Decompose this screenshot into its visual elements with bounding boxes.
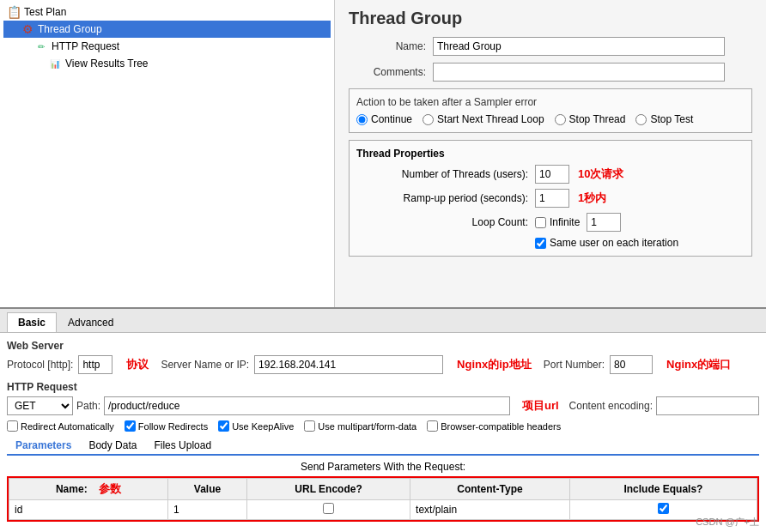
tab-basic[interactable]: Basic	[7, 312, 57, 332]
threads-input[interactable]	[535, 165, 569, 184]
tree-item-view-results[interactable]: 📊 View Results Tree	[3, 55, 331, 72]
action-stop-test-label: Stop Test	[650, 113, 693, 125]
thread-props-section: Thread Properties Number of Threads (use…	[349, 140, 752, 257]
cb-keepalive-label: Use KeepAlive	[232, 421, 294, 432]
config-title: Thread Group	[349, 9, 752, 28]
sub-tab-files-upload[interactable]: Files Upload	[145, 437, 220, 454]
tab-advanced[interactable]: Advanced	[57, 312, 125, 332]
tree-label-http-request: HTTP Request	[52, 40, 119, 52]
rampup-label: Ramp-up period (seconds):	[356, 192, 528, 204]
bottom-content: Web Server Protocol [http]: 协议 Server Na…	[0, 333, 766, 532]
tree-panel: 📋 Test Plan ⚙ Thread Group ✏ HTTP Reques…	[0, 0, 335, 307]
path-input[interactable]	[104, 396, 510, 415]
rampup-annotation: 1秒内	[578, 190, 606, 206]
port-input[interactable]	[610, 355, 653, 374]
action-stop-test[interactable]: Stop Test	[635, 113, 693, 125]
tree-item-test-plan[interactable]: 📋 Test Plan	[3, 3, 331, 21]
http-req-header: HTTP Request	[7, 381, 759, 393]
infinite-label: Infinite	[550, 216, 580, 228]
http-icon: ✏	[34, 39, 48, 53]
http-request-section: HTTP Request GET POST PUT DELETE Path: 项…	[7, 381, 759, 415]
results-icon: 📊	[48, 57, 62, 70]
encoding-input[interactable]	[656, 396, 759, 415]
protocol-label: Protocol [http]:	[7, 359, 73, 371]
cb-follow-redirects[interactable]: Follow Redirects	[125, 420, 208, 432]
col-name: Name: 参数	[9, 479, 168, 500]
col-content-type: Content-Type	[410, 479, 570, 500]
sub-tab-body-data[interactable]: Body Data	[80, 437, 145, 454]
web-server-section: Web Server Protocol [http]: 协议 Server Na…	[7, 340, 759, 374]
cb-follow-redirects-label: Follow Redirects	[138, 421, 208, 432]
rampup-row: Ramp-up period (seconds): 1秒内	[356, 189, 745, 208]
tree-label-test-plan: Test Plan	[24, 6, 66, 18]
col-include-equals: Include Equals?	[569, 479, 757, 500]
params-table: Name: 参数 Value URL Encode? Content-Type …	[9, 478, 757, 520]
tabs-bar: Basic Advanced	[0, 309, 766, 333]
path-annotation: 项目url	[522, 398, 559, 414]
comments-row: Comments:	[349, 63, 752, 82]
sub-tabs-bar: Parameters Body Data Files Upload	[7, 437, 759, 456]
action-continue-label: Continue	[371, 113, 412, 125]
infinite-checkbox[interactable]	[535, 217, 546, 228]
cb-keepalive[interactable]: Use KeepAlive	[218, 420, 294, 432]
sub-tab-parameters[interactable]: Parameters	[7, 437, 80, 456]
server-input[interactable]	[254, 355, 443, 374]
same-user-checkbox[interactable]	[535, 238, 546, 249]
cb-multipart[interactable]: Use multipart/form-data	[304, 420, 416, 432]
params-header: Send Parameters With the Request:	[7, 461, 759, 473]
tree-item-http-request[interactable]: ✏ HTTP Request	[3, 38, 331, 55]
main-container: 📋 Test Plan ⚙ Thread Group ✏ HTTP Reques…	[0, 0, 766, 532]
threads-row: Number of Threads (users): 10次请求	[356, 165, 745, 184]
protocol-annotation: 协议	[126, 357, 149, 372]
http-req-row: GET POST PUT DELETE Path: 项目url Content …	[7, 396, 759, 415]
bottom-panel: Basic Advanced Web Server Protocol [http…	[0, 309, 766, 532]
loop-controls: Infinite	[535, 213, 621, 232]
action-stop-thread-label: Stop Thread	[569, 113, 626, 125]
protocol-input[interactable]	[78, 355, 112, 374]
encoding-label: Content encoding:	[569, 400, 653, 412]
tree-label-thread-group: Thread Group	[38, 23, 102, 35]
action-continue[interactable]: Continue	[356, 113, 412, 125]
same-user-label[interactable]: Same user on each iteration	[535, 237, 678, 249]
action-section: Action to be taken after a Sampler error…	[349, 88, 752, 133]
cb-redirect-auto-label: Redirect Automatically	[21, 421, 114, 432]
table-row: id 1 text/plain	[9, 500, 757, 520]
method-select[interactable]: GET POST PUT DELETE	[7, 396, 73, 415]
tree-item-thread-group[interactable]: ⚙ Thread Group	[3, 21, 331, 38]
action-label: Action to be taken after a Sampler error	[356, 96, 745, 108]
thread-props-title: Thread Properties	[356, 148, 745, 160]
loop-label: Loop Count:	[356, 216, 528, 228]
path-label: Path:	[76, 400, 100, 412]
comments-input[interactable]	[433, 63, 725, 82]
name-row: Name:	[349, 37, 752, 56]
infinite-checkbox-label[interactable]: Infinite	[535, 216, 580, 228]
comments-label: Comments:	[349, 66, 426, 78]
param-url-encode	[247, 500, 410, 520]
param-value: 1	[167, 500, 246, 520]
action-start-next[interactable]: Start Next Thread Loop	[423, 113, 544, 125]
action-stop-thread[interactable]: Stop Thread	[555, 113, 626, 125]
loop-count-input[interactable]	[587, 213, 621, 232]
col-url-encode: URL Encode?	[247, 479, 410, 500]
checkboxes-row: Redirect Automatically Follow Redirects …	[7, 420, 759, 432]
name-input[interactable]	[433, 37, 725, 56]
rampup-input[interactable]	[535, 189, 569, 208]
same-user-row: Same user on each iteration	[356, 237, 745, 249]
server-annotation: Nginx的ip地址	[457, 357, 532, 372]
web-server-row: Protocol [http]: 协议 Server Name or IP: N…	[7, 355, 759, 374]
param-name: id	[9, 500, 168, 520]
cb-redirect-auto[interactable]: Redirect Automatically	[7, 420, 114, 432]
action-radio-group: Continue Start Next Thread Loop Stop Thr…	[356, 113, 745, 125]
action-start-next-label: Start Next Thread Loop	[437, 113, 544, 125]
tree-label-view-results: View Results Tree	[65, 57, 149, 70]
cb-browser-compat[interactable]: Browser-compatible headers	[427, 420, 561, 432]
col-value: Value	[167, 479, 246, 500]
threads-label: Number of Threads (users):	[356, 168, 528, 180]
same-user-text: Same user on each iteration	[550, 237, 678, 249]
port-label: Port Number:	[544, 359, 605, 371]
config-panel: Thread Group Name: Comments: Action to b…	[335, 0, 766, 307]
watermark: CSDN @广+土	[696, 516, 759, 529]
port-annotation: Nginx的端口	[666, 357, 731, 372]
top-panel: 📋 Test Plan ⚙ Thread Group ✏ HTTP Reques…	[0, 0, 766, 309]
name-label: Name:	[349, 40, 426, 52]
